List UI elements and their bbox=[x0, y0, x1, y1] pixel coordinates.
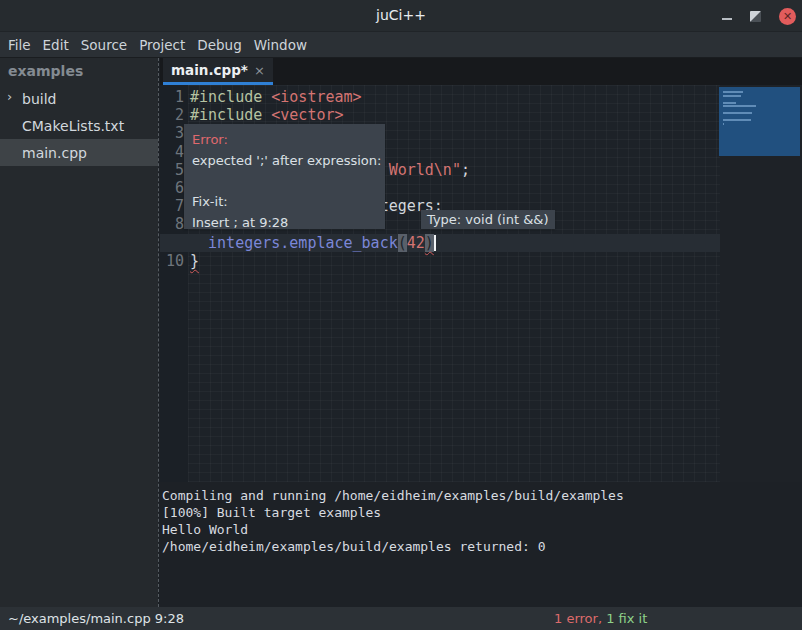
terminal-output-line: /home/eidheim/examples/build/examples re… bbox=[162, 538, 802, 555]
fixit-count: 1 fix it bbox=[602, 611, 647, 626]
tree-item-build[interactable]: ›build bbox=[0, 85, 158, 112]
code-token: <vector> bbox=[271, 106, 343, 124]
minimap-code-line bbox=[723, 123, 724, 125]
line-number: 2 bbox=[160, 106, 184, 124]
line-number: 5 bbox=[160, 161, 184, 179]
line-number: 8 bbox=[160, 215, 184, 233]
code-token: #include bbox=[190, 88, 271, 106]
minimap-code-line bbox=[723, 102, 736, 104]
diagnostics-summary: 1 error, 1 fix it bbox=[554, 607, 647, 630]
window-controls: ✕ bbox=[722, 0, 796, 32]
type-tooltip: Type: void (int &&) bbox=[421, 210, 555, 229]
tab-label: main.cpp* bbox=[171, 62, 250, 78]
code-token: <iostream> bbox=[271, 88, 361, 106]
code-token: ( bbox=[398, 234, 407, 252]
sidebar: examples ›buildCMakeLists.txtmain.cpp bbox=[0, 58, 158, 607]
tree-item-main-cpp[interactable]: main.cpp bbox=[0, 139, 158, 166]
editor-pane: main.cpp* × 12345678910 Error: expected … bbox=[160, 58, 802, 607]
code-token bbox=[190, 234, 208, 252]
tree-item-label: CMakeLists.txt bbox=[22, 118, 124, 134]
fixit-text: Insert ; at 9:28 bbox=[192, 212, 377, 233]
minimap-code-line bbox=[723, 91, 743, 93]
terminal-output-line: [100%] Built target examples bbox=[162, 504, 802, 521]
error-count: 1 error, bbox=[554, 611, 602, 626]
code-token: 42 bbox=[407, 234, 425, 252]
tab-bar: main.cpp* × bbox=[160, 58, 802, 85]
code-token: #include bbox=[190, 106, 271, 124]
status-file-position: ~/examples/main.cpp 9:28 bbox=[8, 607, 184, 630]
code-editor[interactable]: 12345678910 Error: expected ';' after ex… bbox=[160, 85, 802, 482]
minimap[interactable] bbox=[720, 85, 802, 482]
tree-item-label: main.cpp bbox=[22, 145, 87, 161]
code-line[interactable]: integers.emplace_back(42) bbox=[190, 234, 720, 252]
close-icon[interactable]: ✕ bbox=[779, 8, 796, 25]
error-tooltip-message: expected ';' after expression: bbox=[192, 150, 377, 171]
code-token: ; bbox=[461, 161, 470, 179]
error-tooltip: Error: expected ';' after expression: Fi… bbox=[184, 124, 385, 229]
menu-bar: FileEditSourceProjectDebugWindow bbox=[0, 32, 802, 58]
line-number: 6 bbox=[160, 179, 184, 197]
jucipp-window: juCi++ ✕ FileEditSourceProjectDebugWindo… bbox=[0, 0, 802, 630]
terminal-output-line: Hello World bbox=[162, 521, 802, 538]
code-line[interactable]: #include <vector> bbox=[190, 106, 720, 124]
line-number: 10 bbox=[160, 252, 184, 270]
maximize-restore-icon[interactable] bbox=[750, 11, 761, 22]
fixit-label: Fix-it: bbox=[192, 191, 377, 212]
menu-item-source[interactable]: Source bbox=[75, 37, 133, 53]
code-token: ) bbox=[425, 234, 434, 252]
tab-main-cpp[interactable]: main.cpp* × bbox=[163, 58, 273, 85]
line-number: 7 bbox=[160, 197, 184, 215]
code-line[interactable]: #include <iostream> bbox=[190, 88, 720, 106]
minimap-viewport[interactable] bbox=[719, 87, 800, 156]
line-number: 1 bbox=[160, 88, 184, 106]
text-cursor bbox=[434, 235, 436, 251]
line-number: 3 bbox=[160, 124, 184, 142]
tree-item-cmakelists-txt[interactable]: CMakeLists.txt bbox=[0, 112, 158, 139]
code-line[interactable]: } bbox=[190, 252, 720, 270]
chevron-right-icon[interactable]: › bbox=[7, 89, 12, 104]
minimap-code-line bbox=[723, 112, 752, 114]
minimap-code-line bbox=[723, 95, 741, 97]
menu-item-debug[interactable]: Debug bbox=[191, 37, 247, 53]
code-token: } bbox=[190, 252, 199, 270]
terminal-panel[interactable]: Compiling and running /home/eidheim/exam… bbox=[160, 482, 802, 607]
status-bar: ~/examples/main.cpp 9:28 1 error, 1 fix … bbox=[0, 607, 802, 630]
minimap-code-line bbox=[723, 119, 751, 121]
menu-item-window[interactable]: Window bbox=[248, 37, 313, 53]
menu-item-file[interactable]: File bbox=[2, 37, 37, 53]
terminal-output-line: Compiling and running /home/eidheim/exam… bbox=[162, 487, 802, 504]
project-name: examples bbox=[0, 58, 158, 85]
window-title: juCi++ bbox=[0, 7, 802, 23]
minimize-icon[interactable] bbox=[722, 18, 732, 20]
minimap-code-line bbox=[723, 105, 756, 107]
line-number: 4 bbox=[160, 143, 184, 161]
menu-item-edit[interactable]: Edit bbox=[37, 37, 75, 53]
error-tooltip-title: Error: bbox=[192, 129, 377, 150]
file-tree: ›buildCMakeLists.txtmain.cpp bbox=[0, 85, 158, 166]
tab-close-icon[interactable]: × bbox=[254, 63, 265, 78]
tree-item-label: build bbox=[22, 91, 56, 107]
menu-item-project[interactable]: Project bbox=[133, 37, 191, 53]
title-bar: juCi++ ✕ bbox=[0, 0, 802, 32]
code-token: integers.emplace_back bbox=[208, 234, 398, 252]
